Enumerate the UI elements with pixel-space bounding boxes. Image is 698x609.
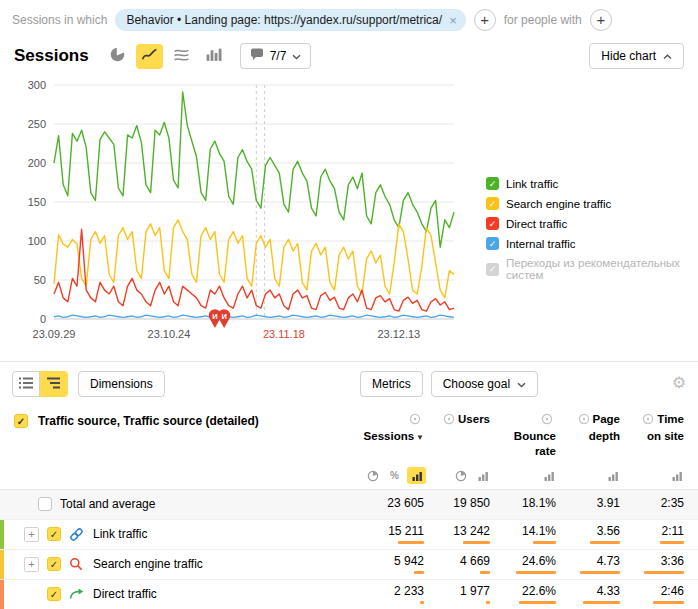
metric-value: 23 605 [358, 497, 424, 511]
table-settings-gear-icon[interactable]: ⚙ [672, 373, 686, 392]
legend-checkbox[interactable]: ✓ [486, 197, 499, 210]
series-line-internal-traffic[interactable] [54, 315, 454, 317]
value-share-bar [583, 601, 620, 604]
metric-value: 19 850 [438, 497, 490, 511]
pie-chart-type-button[interactable] [104, 44, 131, 69]
legend-checkbox[interactable]: ✓ [486, 237, 499, 250]
link-icon [69, 527, 85, 542]
display-mode-row: % [0, 463, 698, 490]
x-axis-tick-label: 23.10.24 [148, 328, 191, 340]
column-header-bounce-rate[interactable]: Bounce rate [504, 412, 570, 459]
choose-goal-button[interactable]: Choose goal [431, 371, 538, 397]
add-people-condition-button[interactable]: + [590, 9, 612, 31]
annotation-pin[interactable]: И [218, 309, 230, 328]
metric-value-cell: 3.56 [570, 525, 634, 544]
metric-value-cell: 23 605 [358, 497, 438, 511]
row-checkbox[interactable]: ✓ [47, 557, 61, 571]
pie-display-mode-button[interactable] [363, 467, 382, 484]
table-row-total: Total and average23 60519 85018.1%3.912:… [0, 490, 698, 520]
y-axis-tick-label: 250 [28, 118, 46, 130]
view-toggle [12, 371, 68, 397]
stacked-chart-type-button[interactable] [168, 44, 195, 69]
select-all-checkbox[interactable]: ✓ [14, 414, 28, 428]
bars-display-mode-button[interactable] [667, 467, 686, 484]
svg-text:И: И [221, 312, 226, 321]
metric-value: 3.91 [570, 497, 620, 511]
display-modes-sessions: % [358, 467, 438, 484]
metric-value-cell: 3.91 [570, 497, 634, 511]
value-share-bar [398, 541, 424, 544]
value-share-bar [480, 571, 490, 574]
legend-label: Direct traffic [506, 218, 567, 230]
metric-value-cell: 14.1% [504, 525, 570, 544]
dimension-cell: ✓Direct traffic [0, 580, 358, 609]
row-checkbox[interactable] [38, 497, 52, 511]
table-row-link-traffic: +✓Link traffic15 21113 24214.1%3.562:11 [0, 520, 698, 550]
metric-value: 18.1% [504, 497, 556, 511]
y-axis-tick-label: 150 [28, 196, 46, 208]
table-toolbar: Dimensions Metrics Choose goal ⚙ [0, 362, 698, 406]
bars-display-mode-button[interactable] [539, 467, 558, 484]
columns-chart-type-button[interactable] [200, 44, 227, 69]
row-checkbox[interactable]: ✓ [47, 527, 61, 541]
y-axis-tick-label: 50 [34, 274, 46, 286]
chevron-up-icon [663, 49, 672, 63]
tree-view-button[interactable] [40, 371, 68, 397]
chart-title: Sessions [14, 46, 89, 66]
dimensions-button[interactable]: Dimensions [78, 371, 165, 397]
segment-chip[interactable]: Behavior • Landing page: https://yandex.… [115, 9, 465, 31]
column-header-page-depth[interactable]: Page depth [570, 412, 634, 444]
row-label[interactable]: Direct traffic [93, 587, 157, 601]
bars-display-mode-button[interactable] [473, 467, 492, 484]
legend-item-direct-traffic[interactable]: ✓Direct traffic [486, 217, 698, 230]
value-share-bar [519, 601, 556, 604]
y-axis-tick-label: 0 [40, 313, 46, 325]
segment-remove-icon[interactable]: × [449, 14, 457, 27]
chart-toolbar: Sessions 7/7 Hide chart [0, 38, 698, 71]
value-share-bar [653, 601, 684, 604]
legend-item-internal-traffic[interactable]: ✓Internal traffic [486, 237, 698, 250]
value-share-bar [516, 571, 556, 574]
bars-display-mode-button[interactable] [603, 467, 622, 484]
list-view-button[interactable] [12, 371, 40, 397]
metric-info-icon [443, 415, 455, 427]
row-color-stripe [0, 550, 4, 579]
metric-value: 4.73 [570, 555, 620, 569]
column-header-time-on-site[interactable]: Time on site [634, 412, 698, 444]
hide-chart-button[interactable]: Hide chart [589, 43, 684, 69]
legend-item-search-engine-traffic[interactable]: ✓Search engine traffic [486, 197, 698, 210]
add-session-condition-button[interactable]: + [474, 9, 496, 31]
sessions-line-chart[interactable]: 05010015020025030023.09.2923.10.2423.11.… [6, 71, 486, 359]
sessions-chart-area: 05010015020025030023.09.2923.10.2423.11.… [0, 71, 698, 359]
legend-label: Link traffic [506, 178, 558, 190]
column-header-sessions[interactable]: Sessions▼ [358, 412, 438, 444]
line-chart-type-button[interactable] [136, 44, 163, 69]
metric-value-cell: 24.6% [504, 555, 570, 574]
metric-value: 1 977 [438, 585, 490, 599]
legend-checkbox[interactable]: ✓ [486, 263, 499, 276]
legend-item-link-traffic[interactable]: ✓Link traffic [486, 177, 698, 190]
metrics-button[interactable]: Metrics [360, 371, 423, 397]
legend-label: Search engine traffic [506, 198, 611, 210]
legend-item-[interactable]: ✓Переходы из рекомендательных систем [486, 257, 698, 281]
series-line-link-traffic[interactable] [54, 92, 454, 247]
legend-checkbox[interactable]: ✓ [486, 217, 499, 230]
x-axis-tick-label[interactable]: 23.11.18 [263, 328, 305, 340]
percent-display-mode-button[interactable]: % [385, 467, 404, 484]
row-label[interactable]: Link traffic [93, 527, 147, 541]
expand-row-button[interactable]: + [24, 527, 39, 542]
expand-row-button[interactable]: + [24, 557, 39, 572]
pie-display-mode-button[interactable] [451, 467, 470, 484]
dimension-cell: +✓Search engine traffic [0, 550, 358, 579]
annotations-dropdown[interactable]: 7/7 [240, 43, 312, 69]
row-label[interactable]: Search engine traffic [93, 557, 203, 571]
x-axis-tick-label: 23.12.13 [377, 328, 420, 340]
line-chart-icon [141, 46, 158, 66]
row-checkbox[interactable]: ✓ [47, 587, 61, 601]
bars-display-mode-button[interactable] [407, 467, 426, 484]
legend-checkbox[interactable]: ✓ [486, 177, 499, 190]
metric-value-cell: 19 850 [438, 497, 504, 511]
column-header-users[interactable]: Users [438, 412, 504, 429]
column-header-label: Sessions [364, 430, 415, 442]
metric-info-icon [409, 415, 421, 427]
